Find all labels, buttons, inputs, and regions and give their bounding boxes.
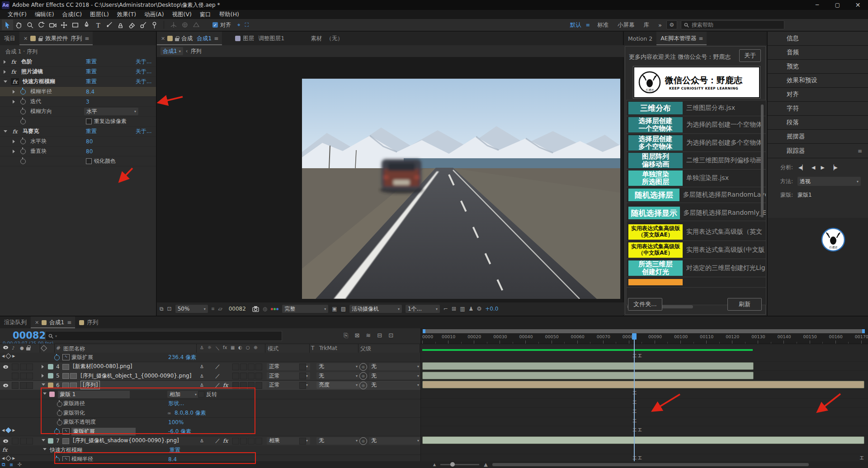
zoom-out-mountain-icon[interactable]: ▲ [433,463,436,467]
pixel-aspect-icon[interactable]: ⌐ [443,306,448,312]
add-keyframe-icon[interactable] [5,353,11,359]
tab-project[interactable]: 项目 [0,32,19,45]
track-row[interactable]: 工 [421,417,868,427]
parent-dropdown[interactable]: 无▾ [369,372,421,379]
transparency-grid-icon[interactable]: ▨ [341,306,346,312]
av-cell[interactable] [12,373,19,379]
keyframe-nav[interactable]: ◀▶ [2,354,15,358]
panel-1[interactable]: 信息 [768,32,868,46]
trkmat-dropdown[interactable]: 无▾ [316,363,360,370]
av-cell[interactable] [12,364,19,370]
method-dropdown[interactable]: 透视▾ [797,177,861,186]
menu-item[interactable]: 窗口 [196,11,215,19]
switch-header-icon[interactable]: fx [223,345,227,350]
script-button[interactable]: 随机选择显示 [628,207,680,219]
menu-item[interactable]: 效果(T) [113,11,140,19]
twirl-icon[interactable] [4,70,6,74]
script-scrollbar[interactable] [761,104,764,217]
work-area-bar[interactable] [423,329,865,333]
effect-about-link[interactable]: 关于... [136,128,151,135]
script-button[interactable]: 三维分布 [628,102,683,114]
effect-name[interactable]: 快速方框模糊 [50,446,82,454]
property-checkbox[interactable] [86,118,92,124]
script-button[interactable]: 随机选择层 [628,189,679,201]
effect-property-row[interactable]: 重复边缘像素 [0,117,156,127]
script-button[interactable]: 实用表达式集高级版（英文版AE） [628,224,683,240]
panel-8[interactable]: 摇摆器 [768,130,868,144]
panel-menu-icon[interactable]: ≡ [698,35,703,42]
prev-keyframe-icon[interactable]: ◀ [2,354,5,358]
analyze-forward-button[interactable]: ▶ [821,165,824,170]
analyze-forward-1-button[interactable]: ▕▶ [830,165,838,170]
next-keyframe-icon[interactable]: ▶ [12,428,15,432]
timeline-zoom-slider[interactable] [440,464,479,465]
panel-6[interactable]: 字符 [768,102,868,116]
property-name[interactable]: 蒙版羽化 [63,409,85,417]
script-button[interactable]: 图层阵列偏移动画 [628,153,683,168]
switch-cell[interactable] [240,438,247,444]
effect-header-row[interactable]: fx马赛克重置关于... [0,127,156,137]
timeline-icon[interactable]: ▥ [460,306,465,312]
trkmat-dropdown[interactable]: 亮度▾ [316,382,360,389]
current-frame[interactable]: 00082 [229,306,246,312]
layer-name[interactable]: [序列] [80,381,100,389]
keyframe-marker[interactable]: 工 [632,419,637,423]
panel-7[interactable]: 段落 [768,116,868,130]
fast-previews-icon[interactable]: ⊞ [452,306,456,312]
panel-2[interactable]: 音频 [768,46,868,60]
switch-cell[interactable] [248,373,255,379]
quality-icon[interactable]: ／ [215,382,220,388]
panel-3[interactable]: 预览 [768,60,868,74]
twirl-icon[interactable] [13,100,15,104]
workspace-4[interactable]: 库 [639,21,654,29]
layer-name-header[interactable]: 图层名称 [63,345,85,353]
track-row[interactable] [421,435,868,445]
av-cell[interactable] [20,364,27,370]
stopwatch-icon[interactable] [20,149,26,154]
layer-color-swatch[interactable] [48,373,53,378]
tab-comp-3[interactable]: 素材（无） [307,32,347,45]
timeline-layer-row[interactable]: 7[序列_摄像机_shadow{0000-0090}.png]♙／fx相乘▾无▾… [0,436,420,446]
keyframe-marker[interactable]: 工 [632,354,637,358]
add-keyframe-icon[interactable] [5,455,11,461]
snap-options2-icon[interactable]: ⛶ [245,22,249,28]
tab-comp-2[interactable]: 图层调整图层1 [231,32,288,45]
track-row[interactable]: 工工 [421,426,868,436]
stopwatch-icon[interactable] [20,159,26,164]
effect-about-link[interactable]: 关于... [136,68,151,76]
timeline-property-row[interactable]: ◀▶∿蒙版扩展236.4 像素 [0,353,420,362]
script-button[interactable] [628,279,683,285]
stopwatch-icon[interactable] [57,411,62,416]
refresh-button[interactable]: 刷新 [727,298,762,311]
shy-icon[interactable]: ♙ [200,383,204,388]
effect-reset-link[interactable]: 重置 [86,78,97,85]
switch-cell[interactable] [240,382,247,389]
snap-checkbox[interactable]: ✓ 对齐 [212,21,231,29]
property-value[interactable]: 80 [86,138,93,145]
stopwatch-icon[interactable] [20,99,26,104]
audio-icon[interactable]: ♪ [12,345,14,350]
menu-item[interactable]: 动画(A) [140,11,168,19]
property-name[interactable]: 蒙版路径 [63,400,85,407]
analyze-backward-button[interactable]: ◀ [811,165,815,170]
close-button[interactable]: ✕ [848,1,868,9]
effect-reset-link[interactable]: 重置 [170,446,180,454]
analyze-backward-1-button[interactable]: ◀▏ [798,165,806,170]
av-cell[interactable] [12,382,19,389]
workspace-1[interactable]: 默认 [566,21,586,29]
timeline-layer-row[interactable]: 6[序列]♙／fx正常▾亮度▾◎无▾ [0,381,420,390]
switch-cell[interactable] [248,438,255,444]
effect-header-row[interactable]: fx快速方框模糊重置关于... [0,77,156,87]
property-value[interactable]: 236.4 像素 [168,354,196,361]
mask-value[interactable]: 蒙版1 [797,191,812,199]
property-name[interactable]: 蒙版扩展 [71,428,136,435]
about-button[interactable]: 关于 [739,49,761,62]
show-snapshot-icon[interactable]: ◍ [263,306,267,312]
comp-viewer[interactable] [157,57,623,302]
layer-color-swatch[interactable] [48,364,53,369]
keyframe-marker[interactable]: 工 [632,456,637,460]
av-cell[interactable] [12,438,19,444]
roto-brush-tool-icon[interactable] [137,19,149,30]
quality-icon[interactable]: ／ [215,373,220,379]
workspace-2[interactable]: 标准 [593,21,613,29]
